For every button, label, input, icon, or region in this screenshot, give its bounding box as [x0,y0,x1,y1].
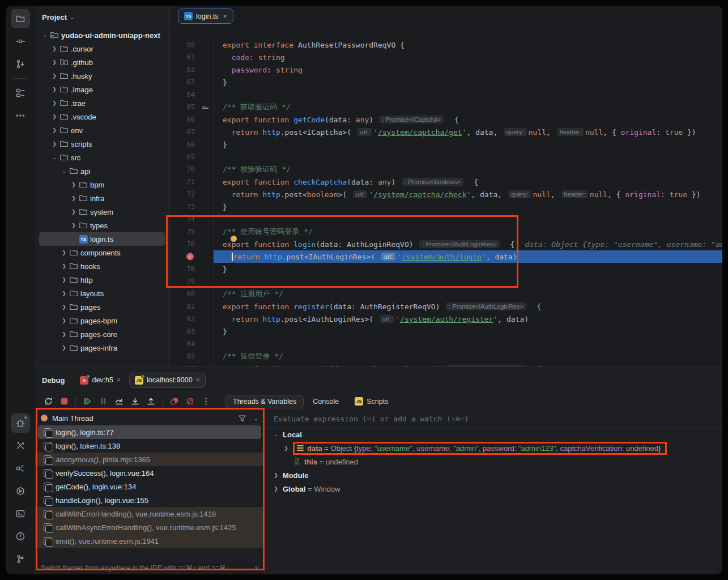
code-line-62[interactable]: 62 password: string [170,63,722,76]
code-line-78[interactable]: 78} [170,263,722,275]
code-line-content[interactable]: } [213,138,722,151]
code-line-71[interactable]: 71export function checkCaptcha(data: any… [170,176,722,188]
tree-item--vscode[interactable]: ❯.vscode [39,110,165,123]
line-number[interactable]: 85 [170,352,198,360]
tree-item--cursor[interactable]: ❯.cursor [39,42,165,56]
code-line-content[interactable] [213,275,722,288]
tree-item-pages-infra[interactable]: ❯pages-infra [39,341,165,355]
tree-item-scripts[interactable]: ❯scripts [39,137,165,151]
commit-icon[interactable] [11,32,30,51]
code-line-content[interactable] [213,338,722,350]
code-line-61[interactable]: 61 code: string [170,51,722,63]
tree-item-pages-core[interactable]: ❯pages-core [39,327,165,341]
code-line-content[interactable]: return http.post<IAuthLoginRes>( url:'/s… [213,250,722,263]
code-line-82[interactable]: 82 return http.post<IAuthLoginRes>( url:… [170,313,722,325]
code-line-79[interactable]: 79 [170,275,722,288]
code-line-content[interactable]: password: string [213,63,722,76]
close-icon[interactable]: × [254,564,258,572]
code-line-content[interactable]: /** 短信登录 */ [213,350,722,362]
tree-item-http[interactable]: ❯http [39,273,165,287]
code-line-content[interactable]: return http.post<ICaptcha>( url:'/system… [213,126,722,138]
run-tab-dev-h5[interactable]: ndev:h5× [75,373,126,388]
code-line-86[interactable]: 86export function smsLogin(data: AuthSms… [170,362,722,366]
line-number[interactable]: 62 [170,66,198,74]
code-line-68[interactable]: 68} [170,138,722,151]
code-line-73[interactable]: 73} [170,201,722,213]
line-number[interactable]: 68 [170,140,198,148]
tree-item--github[interactable]: ❯.github [39,56,165,69]
code-line-content[interactable]: export function checkCaptcha(data: any) … [213,176,722,188]
chevron-right-icon[interactable]: ❯ [273,472,279,478]
line-number[interactable]: 83 [170,327,198,335]
tree-item-src[interactable]: ⌄src [39,151,165,164]
code-line-72[interactable]: 72 return http.post<boolean>( url:'/syst… [170,188,722,201]
line-number[interactable]: 73 [170,203,198,211]
project-panel-header[interactable]: Project ⌄ [35,6,169,28]
services-icon[interactable] [11,481,30,501]
line-number[interactable]: 79 [170,278,198,285]
code-line-65[interactable]: 65/** 获取验证码 */ [170,101,722,113]
close-icon[interactable]: × [196,376,200,384]
tree-item--trae[interactable]: ❯.trae [39,96,165,110]
code-line-content[interactable]: } [213,325,722,338]
chevron-right-icon[interactable]: ❯ [59,345,69,351]
run-tab-localhost-9000[interactable]: JSlocalhost:9000× [129,373,206,388]
rerun-icon[interactable] [41,395,56,408]
code-line-70[interactable]: 70/** 校验验证码 */ [170,163,722,176]
chevron-right-icon[interactable]: ❯ [50,127,59,133]
stack-frame[interactable]: emit(), vue.runtime.esm.js:1941 [35,534,264,548]
chevron-down-icon[interactable]: ⌄ [50,155,59,160]
pause-icon[interactable] [96,395,110,408]
line-number[interactable]: 66 [170,116,198,123]
code-line-64[interactable]: 64 [170,88,722,101]
stack-frame[interactable]: callWithAsyncErrorHandling(), vue.runtim… [35,521,264,534]
chevron-right-icon[interactable]: ❯ [59,277,69,283]
line-number[interactable]: 64 [170,91,198,99]
step-over-icon[interactable] [112,395,126,408]
code-line-content[interactable]: export interface AuthResetPasswordReqVO … [213,39,722,51]
line-number[interactable]: 70 [170,165,198,173]
chevron-right-icon[interactable]: ❯ [69,223,78,228]
breakpoint-icon[interactable]: ✓ [186,253,194,261]
code-line-content[interactable]: export function login(data: AuthLoginReq… [213,238,722,250]
chevron-right-icon[interactable]: ❯ [50,59,59,65]
chevron-right-icon[interactable]: ❯ [59,318,69,323]
code-line-77[interactable]: ✓ return http.post<IAuthLoginRes>( url:'… [170,250,722,263]
stack-frame[interactable]: login(), login.ts:77 [38,425,261,439]
tree-item-pages[interactable]: ❯pages [39,300,165,314]
code-line-80[interactable]: 80/** 注册用户 */ [170,288,722,300]
tree-item-env[interactable]: ❯env [39,123,165,137]
tree-item-api[interactable]: ⌄api [39,164,165,178]
tree-item-login-ts[interactable]: TSlogin.ts [39,232,165,246]
code-line-content[interactable]: /** 校验验证码 */ [213,163,722,176]
code-line-content[interactable]: /** 获取验证码 */ [213,101,722,113]
chevron-right-icon[interactable]: ❯ [69,209,78,215]
vcs-update-icon[interactable] [11,54,30,74]
debug-view-tab-threads-variables[interactable]: Threads & Variables [225,395,304,408]
line-number[interactable]: 84 [170,340,198,348]
line-number[interactable]: 82 [170,315,198,323]
debug-view-tab-scripts[interactable]: JSScripts [348,395,395,408]
code-line-content[interactable]: export function register(data: AuthRegis… [213,300,722,313]
code-line-83[interactable]: 83} [170,325,722,338]
line-number[interactable]: 74 [170,215,198,223]
variable-row[interactable]: 1001this = undefined [265,455,722,468]
variable-row[interactable]: ❯Global = Window [265,482,722,496]
code-line-content[interactable]: return http.post<IAuthLoginRes>( url:'/s… [213,313,722,325]
chevron-right-icon[interactable]: ❯ [50,73,59,79]
more-icon[interactable] [11,106,30,125]
code-line-content[interactable]: /** 注册用户 */ [213,288,722,300]
code-line-69[interactable]: 69 [170,151,722,163]
tree-item-bpm[interactable]: ❯bpm [39,178,165,191]
code-line-content[interactable]: export function getCode(data: any) : Pro… [213,113,722,126]
tree-item-components[interactable]: ❯components [39,246,165,259]
chevron-right-icon[interactable]: ❯ [69,195,78,201]
filter-icon[interactable] [239,415,246,422]
debug-icon[interactable] [11,413,30,433]
project-folder-icon[interactable] [11,9,30,28]
chevron-down-icon[interactable]: ⌄ [70,14,74,20]
tree-item-hooks[interactable]: ❯hooks [39,259,165,273]
code-line-59[interactable]: 59export interface AuthResetPasswordReqV… [170,39,722,51]
stop-icon[interactable] [57,395,71,408]
line-number[interactable]: 80 [170,290,198,298]
